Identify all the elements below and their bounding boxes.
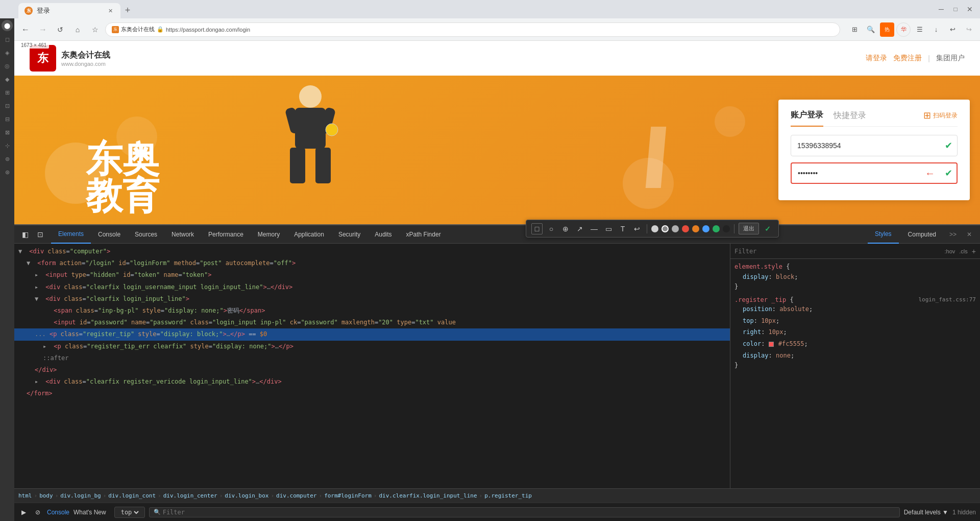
tab-sources[interactable]: Sources — [128, 225, 164, 244]
search-button[interactable]: 🔍 — [864, 22, 878, 37]
home-button[interactable]: ⌂ — [70, 22, 85, 37]
tab-performance[interactable]: Performance — [201, 225, 251, 244]
whats-new-tab[interactable]: What's New — [74, 509, 106, 516]
html-line[interactable]: </form> — [14, 388, 730, 399]
tab-close-icon[interactable]: ✕ — [106, 7, 114, 15]
color-dot-blue[interactable] — [702, 225, 709, 232]
breadcrumb-div-login-box[interactable]: div.login_box — [225, 492, 268, 499]
new-tab-button[interactable]: + — [120, 3, 135, 17]
html-line[interactable]: <span class="inp-bg-pl" style="display: … — [14, 305, 730, 317]
draw-line-button[interactable]: — — [589, 223, 600, 234]
exit-drawing-button[interactable]: 退出 — [739, 223, 759, 234]
draw-crop-button[interactable]: ▭ — [603, 223, 614, 234]
hot-icon[interactable]: 热 — [880, 22, 894, 37]
bookmark-list-button[interactable]: ☰ — [913, 22, 927, 37]
color-dot-gray[interactable] — [662, 225, 669, 232]
style-prop[interactable]: right: 10px; — [734, 326, 976, 338]
styles-tab-active[interactable]: Styles — [868, 225, 899, 244]
breadcrumb-div-computer[interactable]: div.computer — [276, 492, 316, 499]
sidebar-icon-4[interactable]: ◎ — [2, 60, 13, 72]
window-close-button[interactable]: ✕ — [964, 3, 976, 15]
confirm-drawing-button[interactable]: ✓ — [762, 223, 773, 234]
style-prop[interactable]: display: none; — [734, 350, 976, 362]
cls-toggle[interactable]: .cls — [959, 248, 968, 254]
html-line[interactable]: <input id="password" name="password" cla… — [14, 317, 730, 328]
html-line[interactable]: ▸ <div class="clearfix login_username_in… — [14, 281, 730, 293]
breadcrumb-html[interactable]: html — [18, 492, 32, 499]
huawei-icon[interactable]: 华 — [896, 22, 911, 37]
nav-login-link[interactable]: 请登录 — [866, 54, 887, 63]
sidebar-icon-2[interactable]: ◻ — [2, 34, 13, 45]
console-context-select[interactable]: top — [119, 508, 140, 516]
html-line[interactable]: ▼ <form action="/login" id="loginForm" m… — [14, 257, 730, 269]
html-line[interactable]: </div> — [14, 364, 730, 376]
breadcrumb-div-login-cont[interactable]: div.login_cont — [108, 492, 156, 499]
console-filter-input[interactable] — [163, 509, 895, 516]
color-dot-orange[interactable] — [692, 225, 699, 232]
draw-text-button[interactable]: T — [617, 223, 628, 234]
qr-scan-button[interactable]: ⊞ 扫码登录 — [923, 110, 958, 121]
html-line[interactable]: ▸ <div class="clearfix register_vericode… — [14, 376, 730, 388]
draw-undo-button[interactable]: ↩ — [631, 223, 643, 234]
run-button[interactable]: ▶ — [18, 507, 29, 517]
tab-xpath-finder[interactable]: xPath Finder — [399, 225, 448, 244]
color-dot-red[interactable] — [682, 225, 689, 232]
draw-rect-button[interactable]: □ — [531, 223, 543, 234]
pause-button[interactable]: ⊘ — [33, 507, 43, 517]
more-tabs-button[interactable]: >> — [945, 225, 961, 244]
draw-circle-button[interactable]: ○ — [546, 223, 557, 234]
styles-filter-input[interactable] — [734, 248, 941, 255]
style-prop[interactable]: color: #fc5555; — [734, 338, 976, 350]
breadcrumb-p-register-tip[interactable]: p.register_tip — [484, 492, 532, 499]
tab-console[interactable]: Console — [91, 225, 128, 244]
hov-toggle[interactable]: :hov — [945, 248, 955, 254]
extensions-button[interactable]: ⊞ — [847, 22, 862, 37]
nav-group-link[interactable]: 集团用户 — [936, 54, 965, 63]
sidebar-icon-11[interactable]: ⊚ — [2, 153, 13, 164]
color-dot-green[interactable] — [713, 225, 720, 232]
breadcrumb-div-login-center[interactable]: div.login_center — [163, 492, 217, 499]
sidebar-icon-9[interactable]: ⊠ — [2, 127, 13, 138]
style-prop[interactable]: display: block; — [734, 271, 976, 283]
sidebar-icon-7[interactable]: ⊡ — [2, 100, 13, 111]
tab-audits[interactable]: Audits — [368, 225, 399, 244]
draw-highlight-button[interactable]: ⊕ — [560, 223, 571, 234]
default-levels-select[interactable]: Default levels ▼ — [904, 509, 948, 516]
undo-button[interactable]: ↩ — [945, 22, 960, 37]
breadcrumb-body[interactable]: body — [39, 492, 53, 499]
reload-button[interactable]: ↺ — [53, 22, 67, 37]
redo-button[interactable]: ↪ — [962, 22, 976, 37]
window-restore-button[interactable]: □ — [949, 3, 962, 15]
html-line[interactable]: ▼ <div class="clearfix login_input_line"… — [14, 293, 730, 305]
html-line-selected[interactable]: ... <p class="register_tip" style="displ… — [14, 328, 730, 340]
computed-tab[interactable]: Computed — [901, 225, 943, 244]
style-prop[interactable]: top: 10px; — [734, 315, 976, 327]
username-input[interactable] — [791, 135, 958, 156]
sidebar-icon-8[interactable]: ⊟ — [2, 113, 13, 125]
console-tab-active[interactable]: Console — [47, 509, 69, 516]
style-prop[interactable]: position: absolute; — [734, 303, 976, 315]
sidebar-icon-10[interactable]: ⊹ — [2, 140, 13, 151]
browser-tab-active[interactable]: 东 登录 ✕ — [18, 3, 120, 18]
tab-account-login[interactable]: 账户登录 — [791, 110, 823, 127]
tab-application[interactable]: Application — [287, 225, 331, 244]
close-devtools-button[interactable]: ✕ — [963, 225, 976, 244]
color-dot-black[interactable] — [723, 225, 730, 232]
sidebar-icon-5[interactable]: ◆ — [2, 74, 13, 85]
bookmark-button[interactable]: ☆ — [88, 22, 102, 37]
download-button[interactable]: ↓ — [929, 22, 943, 37]
url-bar[interactable]: 东 东奥会计在线 🔒 https://passport.dongao.com/l… — [105, 22, 840, 37]
tab-network[interactable]: Network — [164, 225, 201, 244]
html-line[interactable]: ▼ <div class="computer"> — [14, 246, 730, 257]
html-line[interactable]: ▸ <input type="hidden" id="token" name="… — [14, 269, 730, 281]
add-style-rule-button[interactable]: + — [972, 247, 976, 255]
html-line[interactable]: ::after — [14, 352, 730, 364]
color-dot-light-gray[interactable] — [651, 225, 658, 232]
html-line[interactable]: ▸ <p class="register_tip_err clearfix" s… — [14, 341, 730, 352]
nav-register-link[interactable]: 免费注册 — [893, 54, 922, 63]
breadcrumb-form-loginform[interactable]: form#loginForm — [324, 492, 372, 499]
forward-button[interactable]: → — [36, 22, 50, 37]
color-dot-medium-gray[interactable] — [672, 225, 679, 232]
breadcrumb-div-clearfix[interactable]: div.clearfix.login_input_line — [379, 492, 477, 499]
tab-memory[interactable]: Memory — [251, 225, 287, 244]
